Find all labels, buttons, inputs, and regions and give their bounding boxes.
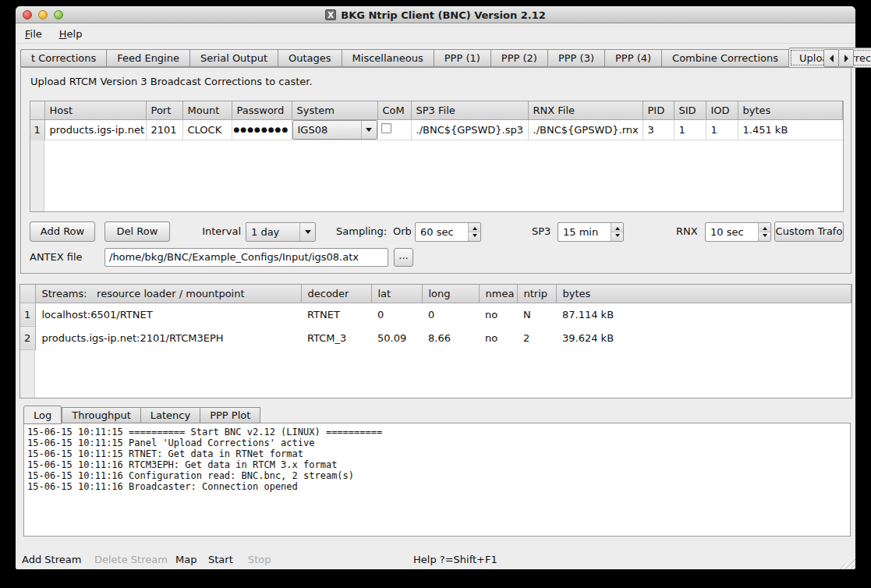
menu-file[interactable]: File <box>22 27 45 41</box>
tab-combine-corrections[interactable]: Combine Corrections <box>661 49 788 67</box>
col-header-lat[interactable]: lat <box>371 285 422 303</box>
tab-ppp-1[interactable]: PPP (1) <box>434 49 490 67</box>
sp3-file-cell[interactable]: ./BNC${GPSWD}.sp3 <box>411 119 528 140</box>
system-combobox[interactable]: IGS08 <box>292 120 377 140</box>
add-stream-button[interactable]: Add Stream <box>22 551 81 569</box>
col-header-sid[interactable]: SID <box>674 101 706 119</box>
nmea-cell[interactable]: no <box>479 326 517 349</box>
pid-cell[interactable]: 3 <box>643 119 674 140</box>
col-header-nmea[interactable]: nmea <box>479 285 517 303</box>
combo-dropdown-button[interactable] <box>361 121 377 139</box>
triangle-down-icon <box>763 234 767 239</box>
custom-trafo-button[interactable]: Custom Trafo <box>774 221 844 242</box>
tab-serial-output[interactable]: Serial Output <box>189 49 278 67</box>
map-button[interactable]: Map <box>175 551 197 569</box>
del-row-button[interactable]: Del Row <box>104 221 170 242</box>
orb-sampling-value: 60 sec <box>416 223 468 241</box>
app-window: X BKG Ntrip Client (BNC) Version 2.12 Fi… <box>16 6 855 569</box>
tab-outages[interactable]: Outages <box>278 49 342 67</box>
corner-header-cell <box>20 285 35 303</box>
antex-browse-button[interactable]: ... <box>394 248 413 267</box>
col-header-ntrip[interactable]: ntrip <box>517 285 556 303</box>
col-header-decoder[interactable]: decoder <box>301 285 371 303</box>
bytes-cell[interactable]: 1.451 kB <box>738 119 843 140</box>
col-header-mount[interactable]: Mount <box>182 101 232 119</box>
titlebar[interactable]: X BKG Ntrip Client (BNC) Version 2.12 <box>16 6 855 23</box>
tab-ppp-plot[interactable]: PPP Plot <box>200 407 260 423</box>
tab-ppp-4[interactable]: PPP (4) <box>604 49 661 67</box>
log-output[interactable]: 15-06-15 10:11:15 ========== Start BNC v… <box>23 423 851 537</box>
col-header-pid[interactable]: PID <box>643 101 674 119</box>
col-header-com[interactable]: CoM <box>377 101 411 119</box>
tab-ppp-2[interactable]: PPP (2) <box>490 49 547 67</box>
col-header-long[interactable]: long <box>422 285 479 303</box>
rnx-label: RNX <box>676 221 698 242</box>
row-number[interactable]: 1 <box>20 303 35 326</box>
iod-cell[interactable]: 1 <box>706 119 738 140</box>
close-button[interactable] <box>23 10 32 19</box>
menu-help[interactable]: Help <box>56 27 86 41</box>
decoder-cell[interactable]: RTCM_3 <box>301 326 371 349</box>
tab-corrections[interactable]: t Corrections <box>20 49 106 67</box>
log-line: 15-06-15 10:11:15 Panel 'Upload Correcti… <box>27 437 850 448</box>
spin-up-button[interactable] <box>759 223 770 232</box>
mountpoint-cell[interactable]: products.igs-ip.net:2101/RTCM3EPH <box>35 326 301 349</box>
col-header-port[interactable]: Port <box>146 101 182 119</box>
long-cell[interactable]: 0 <box>422 303 479 326</box>
spin-down-button[interactable] <box>759 232 770 241</box>
bytes-cell[interactable]: 39.624 kB <box>556 326 852 349</box>
title-wrap: X BKG Ntrip Client (BNC) Version 2.12 <box>16 6 855 23</box>
col-header-iod[interactable]: IOD <box>706 101 738 119</box>
host-cell[interactable]: products.igs-ip.net <box>44 119 146 140</box>
tab-latency[interactable]: Latency <box>140 407 200 423</box>
spin-down-button[interactable] <box>611 232 623 241</box>
col-header-bytes[interactable]: bytes <box>738 101 843 119</box>
start-button[interactable]: Start <box>208 551 233 569</box>
interval-combobox[interactable]: 1 day <box>246 222 316 242</box>
password-cell[interactable]: ●●●●●●●● <box>232 119 292 140</box>
tab-miscellaneous[interactable]: Miscellaneous <box>342 49 434 67</box>
add-row-button[interactable]: Add Row <box>30 221 95 242</box>
row-number[interactable]: 1 <box>30 119 44 140</box>
tab-log[interactable]: Log <box>23 406 62 424</box>
tab-scroll-buttons <box>824 49 854 67</box>
row-number[interactable]: 2 <box>20 326 35 349</box>
com-checkbox[interactable] <box>381 123 391 133</box>
col-header-rnx-file[interactable]: RNX File <box>528 101 643 119</box>
orb-sampling-spinbox[interactable]: 60 sec <box>415 222 481 242</box>
col-header-mountpoint[interactable]: Streams: resource loader / mountpoint <box>35 285 301 303</box>
antex-file-input[interactable]: /home/bkg/BNC/Example_Configs/Input/igs0… <box>104 248 388 267</box>
rnx-sampling-spinbox[interactable]: 10 sec <box>705 222 771 242</box>
ntrip-cell[interactable]: N <box>517 303 556 326</box>
mount-cell[interactable]: CLOCK <box>182 119 232 140</box>
port-cell[interactable]: 2101 <box>146 119 182 140</box>
ntrip-cell[interactable]: 2 <box>517 326 556 349</box>
long-cell[interactable]: 8.66 <box>422 326 479 349</box>
nmea-cell[interactable]: no <box>479 303 517 326</box>
maximize-button[interactable] <box>54 10 63 19</box>
col-header-host[interactable]: Host <box>44 101 146 119</box>
bytes-cell[interactable]: 87.114 kB <box>556 303 852 326</box>
lat-cell[interactable]: 50.09 <box>371 326 422 349</box>
spin-down-button[interactable] <box>469 232 480 241</box>
col-header-system[interactable]: System <box>292 101 377 119</box>
rnx-file-cell[interactable]: ./BNC${GPSWD}.rnx <box>528 119 643 140</box>
tab-scroll-right-button[interactable] <box>838 49 854 67</box>
combo-dropdown-button[interactable] <box>299 223 315 241</box>
tab-scroll-left-button[interactable] <box>823 49 839 67</box>
panel-description: Upload RTCM Version 3 Broadcast Correcti… <box>30 76 313 87</box>
sp3-sampling-spinbox[interactable]: 15 min <box>558 222 624 242</box>
tab-throughput[interactable]: Throughput <box>62 407 140 423</box>
col-header-bytes[interactable]: bytes <box>556 285 852 303</box>
col-header-password[interactable]: Password <box>232 101 292 119</box>
col-header-sp3-file[interactable]: SP3 File <box>411 101 528 119</box>
tab-ppp-3[interactable]: PPP (3) <box>547 49 604 67</box>
minimize-button[interactable] <box>38 10 48 19</box>
spin-up-button[interactable] <box>469 223 480 232</box>
tab-feed-engine[interactable]: Feed Engine <box>106 49 189 67</box>
mountpoint-cell[interactable]: localhost:6501/RTNET <box>35 303 301 326</box>
decoder-cell[interactable]: RTNET <box>301 303 371 326</box>
lat-cell[interactable]: 0 <box>371 303 422 326</box>
sid-cell[interactable]: 1 <box>674 119 706 140</box>
spin-up-button[interactable] <box>611 223 623 232</box>
